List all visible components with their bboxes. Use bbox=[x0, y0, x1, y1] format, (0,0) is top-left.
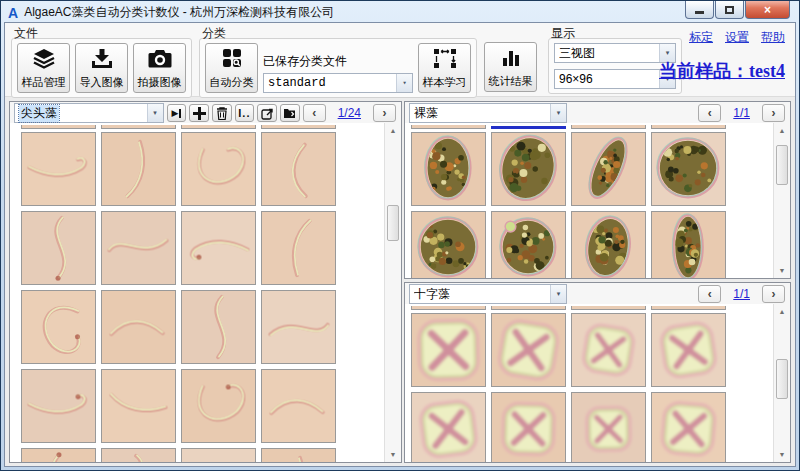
algae-thumbnail[interactable] bbox=[491, 392, 566, 462]
pager-left: ‹ 1/24 › bbox=[303, 104, 398, 122]
prev-page-button[interactable]: ‹ bbox=[698, 285, 721, 303]
algae-thumbnail[interactable] bbox=[101, 369, 176, 443]
algae-thumbnail[interactable] bbox=[571, 313, 646, 387]
algae-thumbnail[interactable] bbox=[21, 132, 96, 206]
algae-thumbnail[interactable] bbox=[651, 313, 726, 387]
algae-thumbnail[interactable] bbox=[571, 392, 646, 462]
minimize-button[interactable] bbox=[685, 1, 714, 19]
scroll-down-icon[interactable]: ▼ bbox=[774, 263, 790, 278]
algae-thumbnail[interactable] bbox=[181, 369, 256, 443]
close-icon: × bbox=[764, 3, 771, 17]
auto-classify-button[interactable]: 自动分类 bbox=[205, 43, 258, 93]
thumb-size-select[interactable]: 96×96 ▾ bbox=[554, 69, 676, 89]
selection-corners-icon bbox=[433, 48, 457, 70]
scroll-down-icon[interactable]: ▼ bbox=[774, 447, 790, 462]
close-button[interactable]: × bbox=[745, 1, 790, 19]
prev-page-button[interactable]: ‹ bbox=[303, 104, 326, 122]
plus-icon bbox=[193, 107, 206, 120]
algae-thumbnail[interactable] bbox=[491, 313, 566, 387]
scrollbar-rt[interactable]: ▲ ▼ bbox=[773, 123, 790, 278]
algae-thumbnail[interactable] bbox=[411, 211, 486, 278]
page-indicator-rb[interactable]: 1/1 bbox=[733, 287, 750, 301]
algae-thumbnail[interactable] bbox=[571, 211, 646, 278]
chevron-down-icon: ▾ bbox=[550, 285, 566, 303]
help-link[interactable]: 帮助 bbox=[761, 29, 785, 46]
class-select-left[interactable]: 尖头藻 ▾ bbox=[14, 103, 164, 123]
algae-thumbnail[interactable] bbox=[261, 132, 336, 206]
scroll-down-icon[interactable]: ▼ bbox=[385, 447, 401, 462]
algae-thumbnail[interactable] bbox=[261, 290, 336, 364]
client-area: 文件 样品管理 导入图像 拍摄图像 bbox=[4, 22, 796, 467]
scrollbar-left[interactable]: ▲ ▼ bbox=[384, 123, 401, 462]
view-mode-value: 三视图 bbox=[559, 45, 595, 62]
algae-thumbnail[interactable] bbox=[411, 313, 486, 387]
calibrate-link[interactable]: 标定 bbox=[689, 29, 713, 46]
algae-thumbnail[interactable] bbox=[101, 211, 176, 285]
classify-group: 分类 自动分类 已保存分类文件 standard ▾ bbox=[199, 38, 477, 98]
algae-thumbnail[interactable] bbox=[101, 448, 176, 462]
scrollbar-rb[interactable]: ▲ ▼ bbox=[773, 304, 790, 462]
algae-thumbnail[interactable] bbox=[101, 132, 176, 206]
pager-rt: ‹ 1/1 › bbox=[698, 104, 787, 122]
page-indicator-rt[interactable]: 1/1 bbox=[733, 106, 750, 120]
export-image-button[interactable] bbox=[257, 104, 277, 122]
algae-thumbnail[interactable] bbox=[21, 369, 96, 443]
class-select-rb[interactable]: 十字藻 ▾ bbox=[409, 284, 567, 304]
scroll-thumb[interactable] bbox=[387, 205, 399, 241]
algae-thumbnail[interactable] bbox=[651, 132, 726, 206]
thumb-size-value: 96×96 bbox=[559, 72, 593, 86]
algae-thumbnail[interactable] bbox=[181, 290, 256, 364]
delete-class-button[interactable] bbox=[212, 104, 232, 122]
next-page-button[interactable]: › bbox=[762, 104, 785, 122]
chevron-right-icon: › bbox=[772, 106, 776, 120]
algae-thumbnail[interactable] bbox=[261, 448, 336, 462]
algae-thumbnail[interactable] bbox=[411, 132, 486, 206]
saved-file-select[interactable]: standard ▾ bbox=[263, 73, 413, 93]
next-page-button[interactable]: › bbox=[373, 104, 396, 122]
add-class-button[interactable] bbox=[189, 104, 209, 122]
next-page-button[interactable]: › bbox=[762, 285, 785, 303]
play-to-end-button[interactable]: ▶ bbox=[167, 104, 187, 122]
settings-link[interactable]: 设置 bbox=[725, 29, 749, 46]
algae-thumbnail[interactable] bbox=[21, 211, 96, 285]
app-window: A AlgaeAC藻类自动分类计数仪 - 杭州万深检测科技有限公司 × 文件 样… bbox=[0, 0, 800, 471]
view-mode-select[interactable]: 三视图 ▾ bbox=[554, 43, 676, 63]
algae-thumbnail[interactable] bbox=[261, 211, 336, 285]
algae-thumbnail[interactable] bbox=[411, 392, 486, 462]
prev-page-button[interactable]: ‹ bbox=[698, 104, 721, 122]
import-image-button[interactable]: 导入图像 bbox=[75, 43, 128, 93]
capture-image-button[interactable]: 拍摄图像 bbox=[133, 43, 186, 93]
class-select-rt[interactable]: 裸藻 ▾ bbox=[409, 103, 567, 123]
panel-rb-header: 十字藻 ▾ ‹ 1/1 › bbox=[405, 283, 790, 304]
algae-thumbnail[interactable] bbox=[181, 211, 256, 285]
sample-manage-button[interactable]: 样品管理 bbox=[17, 43, 70, 93]
scroll-up-icon[interactable]: ▲ bbox=[385, 123, 401, 138]
rename-class-button[interactable]: I.. bbox=[235, 104, 255, 122]
maximize-icon bbox=[725, 6, 734, 14]
cell-edge bbox=[21, 125, 96, 129]
page-indicator-left[interactable]: 1/24 bbox=[338, 106, 361, 120]
current-sample-label[interactable]: 当前样品：test4 bbox=[659, 59, 785, 83]
algae-thumbnail[interactable] bbox=[491, 132, 566, 206]
cell-edge bbox=[261, 125, 336, 129]
statistics-button[interactable]: 统计结果 bbox=[484, 42, 537, 92]
move-to-folder-button[interactable] bbox=[280, 104, 300, 122]
algae-thumbnail[interactable] bbox=[101, 290, 176, 364]
sample-learn-button[interactable]: 样本学习 bbox=[418, 43, 471, 93]
algae-thumbnail[interactable] bbox=[181, 448, 256, 462]
scroll-up-icon[interactable]: ▲ bbox=[774, 123, 790, 138]
algae-thumbnail[interactable] bbox=[651, 392, 726, 462]
scroll-thumb[interactable] bbox=[776, 145, 788, 185]
scroll-thumb[interactable] bbox=[776, 359, 788, 399]
maximize-button[interactable] bbox=[715, 1, 744, 19]
algae-thumbnail[interactable] bbox=[181, 132, 256, 206]
scroll-up-icon[interactable]: ▲ bbox=[774, 304, 790, 319]
cell-edge bbox=[411, 306, 486, 310]
algae-thumbnail[interactable] bbox=[491, 211, 566, 278]
algae-thumbnail[interactable] bbox=[261, 369, 336, 443]
algae-thumbnail[interactable] bbox=[651, 211, 726, 278]
algae-thumbnail[interactable] bbox=[21, 448, 96, 462]
camera-icon bbox=[148, 48, 172, 70]
algae-thumbnail[interactable] bbox=[21, 290, 96, 364]
algae-thumbnail[interactable] bbox=[571, 132, 646, 206]
